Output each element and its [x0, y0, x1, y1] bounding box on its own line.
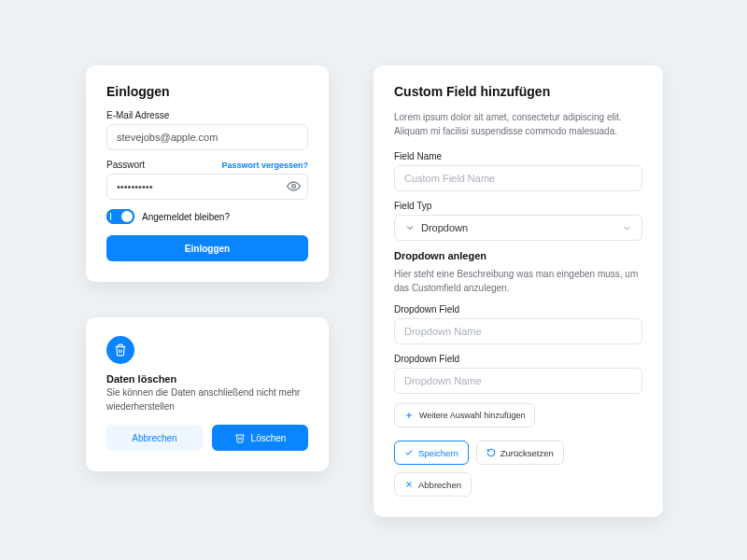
reset-label: Zurücksetzen: [500, 448, 554, 458]
delete-confirm-label: Löschen: [251, 433, 287, 443]
login-submit-button[interactable]: Einloggen: [106, 235, 308, 261]
delete-title: Daten löschen: [106, 373, 308, 385]
save-label: Speichern: [418, 448, 458, 458]
custom-title: Custom Field hinzufügen: [394, 84, 642, 99]
dropdown-field-input-1[interactable]: [394, 318, 642, 344]
svg-point-0: [292, 185, 296, 189]
eye-icon[interactable]: [287, 179, 301, 193]
email-label: E-Mail Adresse: [106, 110, 308, 120]
custom-field-card: Custom Field hinzufügen Lorem ipsum dolo…: [374, 65, 663, 517]
password-field-group: Passwort Passwort vergessen?: [106, 160, 308, 200]
chevron-down-icon: [622, 223, 632, 233]
delete-cancel-button[interactable]: Abbrechen: [106, 425, 203, 451]
forgot-password-link[interactable]: Passwort vergessen?: [221, 161, 308, 170]
dropdown-field-label-1: Dropdown Field: [394, 304, 642, 315]
field-type-value: Dropdown: [421, 222, 468, 233]
dropdown-field-input-2[interactable]: [394, 368, 642, 394]
plus-icon: [404, 411, 414, 420]
dropdown-section-desc: Hier steht eine Beschreibung was man ein…: [394, 267, 642, 295]
trash-circle-icon: [106, 336, 134, 364]
delete-card: Daten löschen Sie können die Daten ansch…: [86, 317, 329, 471]
add-option-label: Weitere Auswahl hinzufügen: [419, 411, 525, 420]
field-type-select[interactable]: Dropdown: [394, 215, 642, 241]
email-input[interactable]: [106, 124, 308, 150]
login-title: Einloggen: [106, 84, 308, 99]
delete-confirm-button[interactable]: Löschen: [212, 425, 308, 451]
cancel-label: Abbrechen: [418, 480, 461, 490]
delete-text: Sie können die Daten anschließend nicht …: [106, 386, 308, 413]
cancel-button[interactable]: Abbrechen: [394, 472, 472, 497]
field-name-input[interactable]: [394, 165, 642, 191]
field-name-label: Field Name: [394, 151, 642, 161]
password-label: Passwort: [106, 160, 145, 170]
stay-logged-label: Angemeldet bleiben?: [142, 212, 230, 222]
refresh-icon: [486, 448, 496, 457]
field-type-label: Field Typ: [394, 201, 642, 211]
login-card: Einloggen E-Mail Adresse Passwort Passwo…: [86, 65, 329, 282]
custom-desc: Lorem ipsum dolor sit amet, consectetur …: [394, 110, 642, 138]
reset-button[interactable]: Zurücksetzen: [476, 441, 564, 465]
save-button[interactable]: Speichern: [394, 441, 469, 465]
check-icon: [404, 448, 414, 457]
email-field-group: E-Mail Adresse: [106, 110, 308, 150]
dropdown-field-label-2: Dropdown Field: [394, 354, 642, 364]
dropdown-section-title: Dropdown anlegen: [394, 250, 642, 261]
chevron-down-icon: [404, 222, 416, 233]
stay-logged-toggle[interactable]: [106, 209, 134, 224]
close-icon: [404, 480, 414, 489]
add-option-button[interactable]: Weitere Auswahl hinzufügen: [394, 403, 535, 427]
password-input[interactable]: [106, 174, 308, 200]
trash-icon: [234, 432, 246, 443]
